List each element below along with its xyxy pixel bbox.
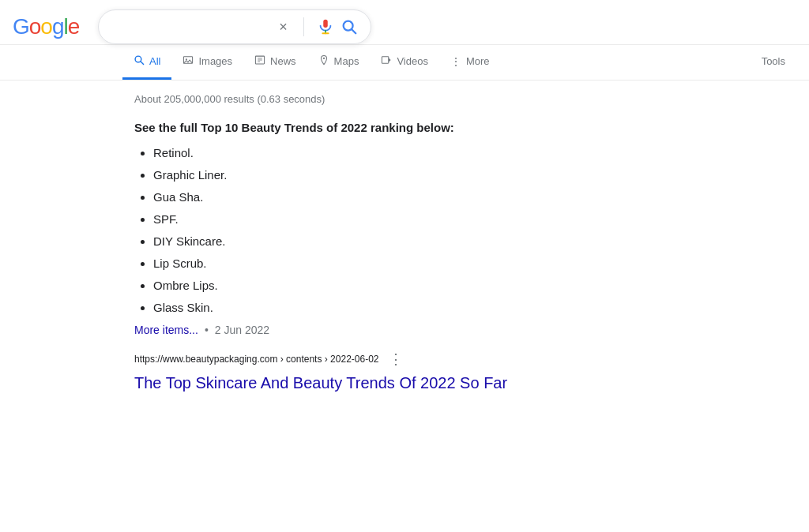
header: Google natural beauty trends 2022 ×	[0, 0, 809, 45]
maps-icon	[318, 54, 329, 68]
logo-letter-o1: o	[29, 14, 41, 39]
result-url-row: https://www.beautypackaging.com › conten…	[134, 349, 521, 369]
snippet-date: 2 Jun 2022	[215, 324, 269, 336]
more-icon: ⋮	[450, 55, 461, 68]
google-logo[interactable]: Google	[13, 16, 79, 38]
result-more-options-button[interactable]: ⋮	[386, 349, 406, 369]
search-submit-button[interactable]	[341, 18, 358, 36]
list-item: Lip Scrub.	[153, 254, 521, 273]
snippet-list: Retinol. Graphic Liner. Gua Sha. SPF. DI…	[134, 144, 521, 317]
tab-news-label: News	[270, 55, 296, 67]
result-title-link[interactable]: The Top Skincare And Beauty Trends Of 20…	[134, 374, 507, 392]
tab-more-label: More	[466, 55, 490, 67]
tab-videos[interactable]: Videos	[370, 45, 439, 80]
voice-search-button[interactable]	[317, 18, 334, 36]
svg-line-2	[352, 29, 356, 33]
svg-rect-12	[382, 57, 389, 63]
search-clear-button[interactable]: ×	[276, 19, 291, 36]
search-input[interactable]: natural beauty trends 2022	[111, 20, 269, 34]
svg-point-11	[323, 58, 325, 59]
tab-all-label: All	[149, 55, 160, 67]
tab-images-label: Images	[198, 55, 232, 67]
search-icon	[341, 18, 358, 36]
videos-icon	[381, 54, 392, 68]
search-icon	[134, 54, 145, 68]
featured-snippet: See the full Top 10 Beauty Trends of 202…	[134, 121, 521, 336]
more-items-link[interactable]: More items...	[134, 324, 198, 336]
snippet-footer: More items... • 2 Jun 2022	[134, 324, 521, 336]
search-bar: natural beauty trends 2022 ×	[98, 9, 371, 44]
tab-videos-label: Videos	[397, 55, 428, 67]
search-divider	[303, 17, 304, 36]
nav-tabs-row: All Images News Maps Videos	[0, 45, 809, 81]
results-count: About 205,000,000 results (0.63 seconds)	[134, 93, 521, 105]
close-icon: ×	[279, 19, 288, 36]
list-item: Retinol.	[153, 144, 521, 163]
microphone-icon	[317, 18, 334, 36]
separator-dot: •	[205, 324, 209, 336]
list-item: Glass Skin.	[153, 298, 521, 317]
list-item: Ombre Lips.	[153, 276, 521, 295]
result-url: https://www.beautypackaging.com › conten…	[134, 354, 379, 365]
svg-marker-13	[389, 58, 391, 62]
nav-tabs: All Images News Maps Videos	[122, 45, 501, 80]
tab-maps[interactable]: Maps	[307, 45, 371, 80]
logo-letter-o2: o	[40, 14, 52, 39]
list-item: Graphic Liner.	[153, 166, 521, 185]
results-area: About 205,000,000 results (0.63 seconds)…	[0, 81, 521, 406]
list-item: SPF.	[153, 210, 521, 229]
news-icon	[254, 54, 265, 68]
logo-letter-g: G	[13, 14, 29, 39]
svg-rect-0	[323, 20, 328, 28]
svg-line-4	[141, 62, 144, 65]
tab-news[interactable]: News	[243, 45, 307, 80]
images-icon	[182, 54, 194, 68]
vertical-dots-icon: ⋮	[389, 350, 403, 368]
list-item: Gua Sha.	[153, 188, 521, 207]
logo-letter-e: e	[68, 14, 80, 39]
result-item: https://www.beautypackaging.com › conten…	[134, 349, 521, 393]
logo-letter-g2: g	[52, 14, 64, 39]
tab-more[interactable]: ⋮ More	[439, 46, 501, 80]
snippet-heading: See the full Top 10 Beauty Trends of 202…	[134, 121, 521, 134]
tab-all[interactable]: All	[122, 45, 171, 80]
tab-images[interactable]: Images	[171, 45, 243, 80]
tools-button[interactable]: Tools	[751, 46, 796, 79]
tab-maps-label: Maps	[334, 55, 359, 67]
list-item: DIY Skincare.	[153, 232, 521, 251]
